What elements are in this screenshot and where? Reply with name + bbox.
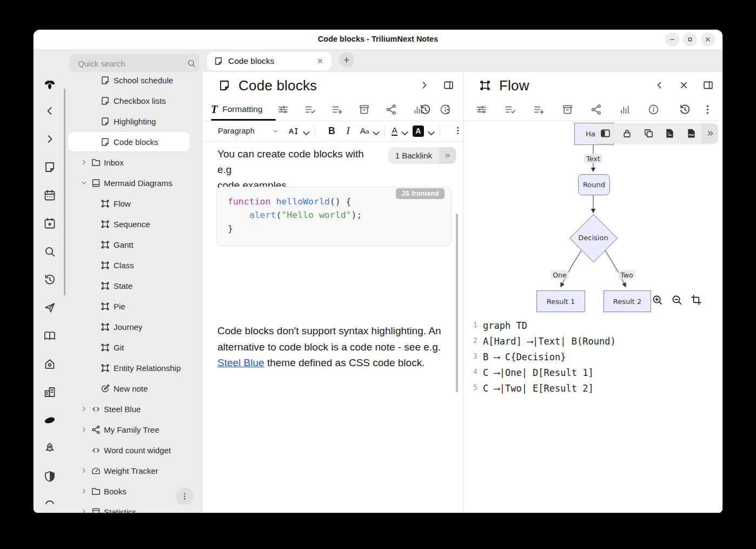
ribbon-archive-icon[interactable] (358, 103, 370, 116)
ribbon-share-icon[interactable] (385, 103, 397, 116)
diagram-node-E[interactable]: Result 2 (604, 290, 651, 312)
source-code-line[interactable]: 5C ⟶|Two| E[Result 2] (463, 383, 722, 399)
content-scrollbar[interactable] (456, 214, 458, 392)
font-color-button[interactable]: A (392, 126, 405, 136)
tree-item-checkbox-lists[interactable]: Checkbox lists (68, 91, 190, 110)
diagram-node-D[interactable]: Result 1 (536, 290, 585, 312)
minimize-button[interactable] (665, 32, 679, 47)
zoom-in-button[interactable] (651, 294, 664, 306)
chevron-right-icon[interactable] (80, 405, 88, 413)
note-title[interactable]: Flow (499, 77, 529, 94)
note-title[interactable]: Code blocks (238, 77, 317, 94)
tree-item-git[interactable]: Git (68, 338, 190, 357)
tree-item-statistics[interactable]: Statistics (68, 502, 190, 513)
chevron-right-icon[interactable] (80, 508, 88, 513)
tree-item-entity-relationship[interactable]: Entity Relationship (68, 358, 190, 378)
close-pane-button[interactable] (678, 80, 689, 91)
split-pane-button[interactable] (702, 80, 714, 91)
calendar-star-icon[interactable] (43, 216, 57, 230)
chevron-left-icon[interactable] (43, 104, 57, 118)
send-icon[interactable] (43, 301, 57, 315)
tree-menu-button[interactable] (176, 487, 194, 505)
ribbon-dots-v-icon[interactable] (701, 103, 714, 116)
ribbon-archive-icon[interactable] (561, 103, 574, 116)
toolbar-overflow-button[interactable] (453, 125, 463, 136)
new-tab-button[interactable] (339, 52, 354, 68)
code-block[interactable]: JS frontend function helloWorld() { aler… (216, 187, 452, 246)
toggle-ribbon-button[interactable] (419, 80, 430, 91)
chevrons-left-icon[interactable] (43, 509, 57, 513)
home-circle-icon[interactable] (43, 357, 57, 371)
chevron-right-icon[interactable] (80, 426, 88, 433)
italic-button[interactable]: I (347, 125, 350, 137)
note-icon[interactable] (43, 160, 57, 174)
font-family-button[interactable]: Aa (360, 126, 377, 136)
buildings-icon[interactable] (43, 385, 57, 399)
copy-icon[interactable] (638, 128, 659, 139)
book-open-icon[interactable] (43, 329, 57, 343)
maximize-button[interactable] (683, 32, 697, 47)
backlink-button[interactable]: 1 Backlink (388, 147, 456, 164)
search-icon[interactable] (43, 244, 57, 259)
diagram-node-B[interactable]: Round (578, 174, 610, 195)
tree-item-code-blocks[interactable]: Code blocks (68, 132, 190, 151)
ribbon-share-icon[interactable] (590, 103, 602, 116)
ribbon-chart-bars-icon[interactable] (619, 103, 631, 116)
note-type-icon[interactable] (218, 79, 231, 92)
tree-item-sequence[interactable]: Sequence (68, 214, 190, 234)
chevron-right-icon[interactable] (80, 467, 88, 474)
source-code-line[interactable]: 1graph TD (463, 320, 722, 336)
split-pane-button[interactable] (443, 80, 454, 91)
calendar-icon[interactable] (43, 188, 57, 202)
source-code-line[interactable]: 2A[Hard] ⟶|Text| B(Round) (463, 336, 722, 352)
ribbon-info-icon[interactable] (647, 103, 660, 116)
mermaid-source-editor[interactable]: 1graph TD2A[Hard] ⟶|Text| B(Round)3B ⟶ C… (463, 316, 722, 513)
chevrons-right-icon[interactable] (439, 147, 456, 164)
paragraph-style-dropdown[interactable]: Paragraph (218, 127, 279, 135)
ribbon-history-icon[interactable] (679, 103, 691, 116)
steel-blue-link[interactable]: Steel Blue (217, 357, 264, 368)
tab-code-blocks[interactable]: Code blocks (207, 52, 331, 70)
close-tab-icon[interactable] (316, 57, 324, 65)
ribbon-history-icon[interactable] (419, 103, 432, 116)
quick-search[interactable] (69, 54, 200, 72)
bold-button[interactable]: B (328, 125, 335, 137)
background-color-button[interactable]: A (413, 125, 432, 137)
tree-item-school-schedule[interactable]: School schedule (68, 70, 190, 90)
font-size-button[interactable]: A (288, 125, 307, 137)
ribbon-tab-formatting[interactable]: T Formatting (211, 99, 262, 120)
note-content[interactable]: You can create code blocks with e.g code… (203, 141, 463, 513)
file-png-icon[interactable]: PNG (681, 128, 702, 139)
chevron-right-icon[interactable] (43, 132, 57, 146)
chevron-right-icon[interactable] (80, 487, 88, 495)
lock-icon[interactable] (616, 128, 638, 139)
tree-item-books[interactable]: Books (68, 481, 190, 501)
tree-item-class[interactable]: Class (68, 255, 190, 275)
launcher-scrollbar[interactable] (64, 89, 65, 295)
quick-search-input[interactable] (77, 58, 187, 69)
ribbon-list-plus-icon[interactable] (533, 103, 545, 116)
tree-item-steel-blue[interactable]: Steel Blue (68, 399, 190, 419)
tree-item-pie[interactable]: Pie (68, 296, 190, 316)
tree-item-flow[interactable]: Flow (68, 194, 190, 213)
tree-item-word-count-widget[interactable]: Word count widget (68, 440, 190, 460)
chevron-right-icon[interactable] (80, 158, 88, 166)
ribbon-dots-v-icon[interactable] (442, 103, 454, 116)
source-code-line[interactable]: 3B ⟶ C{Decision} (463, 352, 722, 367)
bread-icon[interactable] (43, 413, 57, 427)
mermaid-diagram[interactable]: HardRoundDecisionResult 1Result 2 PNG Te… (463, 121, 722, 317)
shield-icon[interactable] (43, 469, 57, 484)
tree-item-gantt[interactable]: Gantt (68, 235, 190, 254)
collapse-pane-button[interactable] (654, 80, 665, 91)
tree-item-new-note[interactable]: New note (68, 379, 190, 398)
tree-item-state[interactable]: State (68, 276, 190, 295)
source-code-line[interactable]: 4C ⟶|One| D[Result 1] (463, 367, 722, 383)
chevron-down-icon[interactable] (80, 179, 88, 187)
arc-icon[interactable] (43, 495, 57, 510)
file-image-icon[interactable] (659, 128, 681, 139)
ribbon-sliders-icon[interactable] (475, 103, 488, 116)
tree-item-highlighting[interactable]: Highlighting (68, 111, 190, 131)
tree-item-inbox[interactable]: Inbox (68, 153, 190, 172)
tree-item-my-family-tree[interactable]: My Family Tree (68, 420, 190, 439)
rocket-icon[interactable] (43, 441, 57, 455)
